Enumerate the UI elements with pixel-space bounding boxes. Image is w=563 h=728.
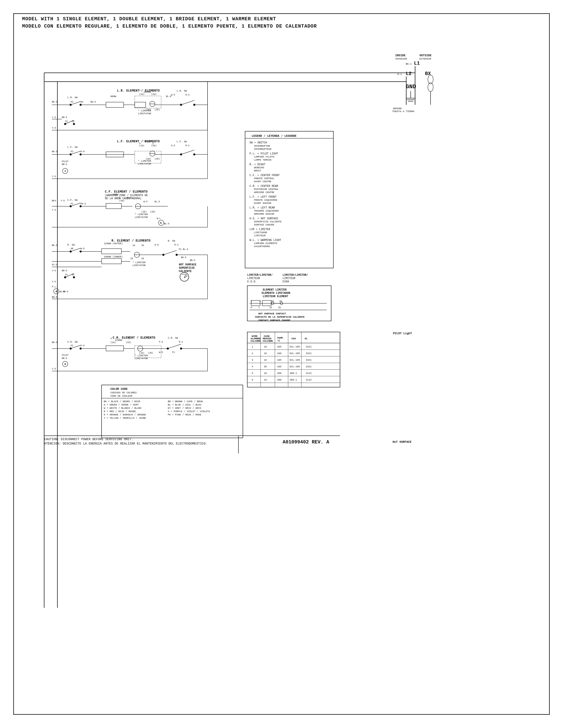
svg-text:PK = PINK / ROSA / ROSE: PK = PINK / ROSA / ROSE: [168, 413, 201, 416]
svg-text:6R: 6R: [71, 248, 73, 250]
svg-text:100W: 100W: [113, 193, 118, 196]
svg-text:(2a): (2a): [126, 341, 131, 344]
svg-text:18: 18: [264, 345, 267, 348]
svg-text:P-5: P-5: [81, 345, 85, 347]
svg-text:EXL-105: EXL-105: [290, 365, 300, 368]
svg-text:BK-5: BK-5: [90, 101, 96, 103]
svg-text:LIMITATOR: LIMITATOR: [138, 163, 151, 165]
svg-text:Y-5: Y-5: [52, 127, 56, 129]
svg-text:PK-5: PK-5: [81, 203, 86, 205]
svg-text:(WARMING ZONE / ELEMENTO DE: (WARMING ZONE / ELEMENTO DE: [105, 194, 148, 197]
svg-text:3122: 3122: [306, 372, 312, 375]
svg-text:LIM = LIMITER: LIM = LIMITER: [249, 228, 270, 231]
svg-text:FRENTE CENTRAL: FRENTE CENTRAL: [254, 177, 274, 180]
svg-text:CONTACT SURFACE CHAUDE: CONTACT SURFACE CHAUDE: [258, 319, 291, 322]
svg-text:LIMITADOR: LIMITADOR: [254, 231, 267, 234]
svg-rect-39: [106, 102, 124, 107]
svg-text:BK-3: BK-3: [52, 150, 57, 153]
svg-rect-200: [102, 259, 121, 264]
svg-text:R.  = RIGHT: R. = RIGHT: [249, 163, 265, 166]
svg-text:105: 105: [277, 345, 282, 348]
svg-text:AVANT CENTRE: AVANT CENTRE: [254, 180, 271, 183]
svg-text:Y-5: Y-5: [52, 116, 56, 119]
svg-text:AVANT GAUCHE: AVANT GAUCHE: [254, 202, 271, 205]
svg-text:Y-5: Y-5: [52, 270, 56, 272]
svg-text:V  = PURPLE / VIOLET / VIOLETA: V = PURPLE / VIOLET / VIOLETA: [168, 410, 210, 413]
svg-text:INTERRUPTEUR: INTERRUPTEUR: [254, 148, 271, 150]
svg-text:2: 2: [252, 352, 253, 355]
svg-text:P2: P2: [71, 150, 73, 153]
svg-text:5: 5: [252, 372, 253, 375]
svg-text:SUPERFICIE CALIENTE: SUPERFICIE CALIENTE: [254, 220, 282, 223]
svg-text:Y-5: Y-5: [52, 368, 56, 370]
svg-text:W-L: W-L: [157, 217, 161, 220]
svg-text:⊕: ⊕: [64, 170, 66, 173]
svg-text:R-1: R-1: [398, 73, 402, 76]
svg-text:W.L. = WARMING LIGHT: W.L. = WARMING LIGHT: [249, 239, 281, 242]
svg-text:LAMPARA ELEMENTO: LAMPARA ELEMENTO: [254, 242, 277, 245]
svg-text:Y-5: Y-5: [52, 175, 56, 178]
svg-text:W-5: W-5: [159, 351, 163, 354]
svg-text:S1: S1: [65, 120, 68, 123]
svg-text:EXL-105: EXL-105: [290, 352, 300, 355]
svg-text:18: 18: [264, 359, 267, 361]
svg-text:LIMITATOR: LIMITATOR: [132, 264, 146, 267]
svg-text:ELEMENTO LIMITADOR: ELEMENTO LIMITADOR: [261, 292, 290, 295]
svg-text:C.F. ELEMENT / ELEMENTO: C.F. ELEMENT / ELEMENTO: [105, 190, 147, 193]
svg-text:BR-5: BR-5: [63, 291, 68, 293]
svg-text:R-3: R-3: [174, 244, 178, 246]
svg-text:L.F. = LEFT FRONT: L.F. = LEFT FRONT: [249, 195, 276, 199]
svg-text:LIMITATOR: LIMITATOR: [135, 216, 148, 219]
svg-text:SW = SWITCH: SW = SWITCH: [249, 141, 267, 144]
svg-text:HoT SURFACE: HoT SURFACE: [393, 440, 412, 444]
svg-text:P2: P2: [71, 101, 73, 103]
svg-text:(4a): (4a): [119, 200, 124, 202]
svg-text:UL: UL: [305, 337, 308, 340]
svg-text:CALENTADORA: CALENTADORA: [254, 245, 270, 248]
svg-text:W  = WHITE / BLANCO / BLANC: W = WHITE / BLANCO / BLANC: [104, 407, 142, 409]
page: MODEL WITH 1 SINGLE ELEMENT, 1 DOUBLE EL…: [0, 0, 563, 728]
svg-text:SER-1: SER-1: [290, 379, 297, 381]
svg-text:HOT SURFACE: HOT SURFACE: [179, 263, 196, 266]
svg-text:L2: L2: [406, 71, 412, 77]
svg-text:LEGEND / LEYENDA / LEGENDE: LEGEND / LEYENDA / LEGENDE: [252, 134, 297, 138]
svg-text:BK = BLACK / NEGRO / NOIR: BK = BLACK / NEGRO / NOIR: [104, 400, 140, 403]
svg-text:CSA: CSA: [292, 337, 296, 340]
svg-text:1800W: 1800W: [143, 91, 151, 93]
svg-text:2a: 2a: [141, 244, 144, 247]
svg-text:⊕: ⊕: [160, 221, 162, 225]
svg-text:1: 1: [258, 306, 259, 309]
svg-text:SURFACE CHAUDE: SURFACE CHAUDE: [254, 223, 274, 226]
svg-text:CALIBRE: CALIBRE: [250, 340, 261, 342]
svg-text:EXL-105: EXL-105: [290, 345, 300, 348]
svg-text:OUTSIDE: OUTSIDE: [420, 54, 432, 57]
svg-rect-290: [106, 346, 124, 351]
svg-text:W-5: W-5: [143, 201, 147, 203]
svg-text:2b: 2b: [141, 257, 144, 260]
svg-text:LIMITER/LIMITOR/: LIMITER/LIMITOR/: [247, 274, 273, 277]
svg-text:4: 4: [110, 337, 112, 340]
svg-text:3321: 3321: [306, 365, 312, 368]
svg-text:BR-5: BR-5: [52, 296, 57, 298]
svg-text:LIMITEUR: LIMITEUR: [247, 277, 260, 280]
svg-text:BX: BX: [425, 71, 431, 77]
svg-text:BR-5: BR-5: [62, 357, 67, 360]
svg-text:E.G.O.: E.G.O.: [247, 280, 257, 283]
svg-text:GY = GREY / GRIS / GRIS: GY = GREY / GRIS / GRIS: [168, 407, 201, 409]
svg-text:G-0: G-0: [154, 244, 158, 246]
svg-text:R-3: R-3: [185, 94, 189, 96]
svg-text:R. ELEMENT / ELEMENTO: R. ELEMENT / ELEMENTO: [111, 239, 150, 242]
svg-text:P.L.: P.L.: [52, 286, 57, 288]
svg-text:6: 6: [252, 379, 253, 381]
svg-text:P.L. = PILOT LIGHT: P.L. = PILOT LIGHT: [249, 152, 278, 155]
svg-text:FRENTE IZQUIERDO: FRENTE IZQUIERDO: [254, 199, 277, 201]
svg-text:INTERIOR: INTERIOR: [395, 58, 407, 60]
svg-text:LIMITEUR: LIMITEUR: [254, 234, 265, 237]
svg-text:GROUND: GROUND: [393, 107, 402, 110]
svg-text:BR-5: BR-5: [62, 163, 67, 166]
svg-text:R. SW: R. SW: [67, 244, 75, 246]
title-line2: MODELO CON ELEMENTO REGULARE, 1 ELEMENTO…: [22, 23, 317, 30]
svg-text:(1b): (1b): [141, 211, 147, 213]
svg-text:S1: S1: [65, 274, 68, 276]
svg-text:PUESTA A TIERRA: PUESTA A TIERRA: [393, 110, 415, 113]
